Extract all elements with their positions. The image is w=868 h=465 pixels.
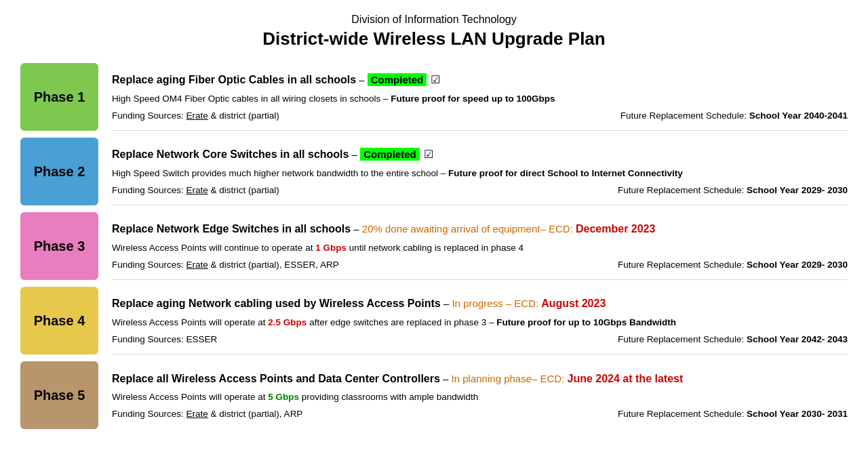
phase1-schedule-date: School Year 2040-2041 (749, 110, 848, 121)
phase-row-phase1: Phase 1Replace aging Fiber Optic Cables … (20, 63, 848, 131)
phase5-funding: Funding Sources: Erate & district (parti… (112, 409, 302, 419)
phase-row-phase3: Phase 3Replace Network Edge Switches in … (20, 212, 848, 280)
phase3-title-line: Replace Network Edge Switches in all sch… (112, 222, 848, 237)
phase1-desc: High Speed OM4 Fiber Optic cables in all… (112, 92, 848, 106)
phase2-status-badge: Completed (360, 148, 420, 161)
phase1-checkbox: ☑ (431, 74, 440, 85)
phase3-funding: Funding Sources: Erate & district (parti… (112, 260, 339, 270)
phase2-schedule: Future Replacement Schedule: School Year… (618, 185, 848, 195)
phase4-desc-bold: Future proof for up to 10Gbps Bandwidth (496, 317, 676, 327)
phase4-title-bold: Replace aging Network cabling used by Wi… (112, 298, 441, 309)
phase4-highlight: 2.5 Gbps (268, 317, 307, 327)
phase3-funding-link[interactable]: Erate (186, 260, 208, 270)
phase3-schedule: Future Replacement Schedule: School Year… (618, 260, 848, 270)
phase4-title-line: Replace aging Network cabling used by Wi… (112, 296, 848, 311)
phase3-highlight: 1 Gbps (315, 243, 347, 253)
phase5-status-text: In planning phase– ECD: (452, 373, 568, 384)
phases-list: Phase 1Replace aging Fiber Optic Cables … (20, 63, 848, 429)
phase2-desc-bold: Future proof for direct School to Intern… (448, 168, 683, 178)
phase4-status-text: In progress – ECD: (452, 298, 541, 309)
phase5-title-line: Replace all Wireless Access Points and D… (112, 371, 848, 386)
phase2-funding-link[interactable]: Erate (186, 185, 208, 195)
phase3-status-date: December 2023 (576, 223, 655, 235)
phase3-footer: Funding Sources: Erate & district (parti… (112, 260, 848, 270)
phase4-schedule-date: School Year 2042- 2043 (747, 334, 848, 344)
phase5-content: Replace all Wireless Access Points and D… (112, 361, 848, 429)
phase4-desc: Wireless Access Points will operate at 2… (112, 316, 848, 329)
phase5-funding-link[interactable]: Erate (186, 409, 208, 419)
phase4-funding: Funding Sources: ESSER (112, 334, 217, 344)
phase1-schedule: Future Replacement Schedule: School Year… (620, 110, 848, 121)
phase4-badge: Phase 4 (20, 287, 98, 355)
phase3-content: Replace Network Edge Switches in all sch… (112, 212, 848, 280)
phase2-schedule-date: School Year 2029- 2030 (747, 185, 848, 195)
phase1-funding: Funding Sources: Erate & district (parti… (112, 110, 279, 121)
phase2-checkbox: ☑ (424, 148, 433, 160)
header-subtitle: Division of Information Technology (20, 14, 848, 26)
phase3-badge: Phase 3 (20, 212, 98, 280)
phase2-content: Replace Network Core Switches in all sch… (112, 138, 848, 205)
phase5-title-bold: Replace all Wireless Access Points and D… (112, 373, 440, 384)
phase1-status-badge: Completed (368, 73, 427, 86)
phase4-content: Replace aging Network cabling used by Wi… (112, 287, 848, 355)
phase3-desc: Wireless Access Points will continue to … (112, 241, 848, 255)
phase1-desc-bold: Future proof for speed up to 100Gbps (391, 94, 555, 104)
phase5-schedule-date: School Year 2030- 2031 (747, 409, 848, 419)
phase2-footer: Funding Sources: Erate & district (parti… (112, 185, 848, 195)
phase5-status-date: June 2024 at the latest (568, 373, 684, 384)
phase3-title-bold: Replace Network Edge Switches in all sch… (112, 223, 351, 235)
phase5-badge: Phase 5 (20, 361, 98, 429)
phase3-status-text: 20% done awaiting arrival of equipment– … (362, 223, 576, 235)
phase2-badge: Phase 2 (20, 138, 98, 205)
header-title: District-wide Wireless LAN Upgrade Plan (20, 28, 848, 49)
phase5-schedule: Future Replacement Schedule: School Year… (618, 409, 848, 419)
phase-row-phase4: Phase 4Replace aging Network cabling use… (20, 287, 848, 355)
phase1-funding-link[interactable]: Erate (186, 110, 208, 121)
phase1-title-line: Replace aging Fiber Optic Cables in all … (112, 73, 848, 87)
phase3-schedule-date: School Year 2029- 2030 (747, 260, 848, 270)
phase2-funding: Funding Sources: Erate & district (parti… (112, 185, 279, 195)
phase-row-phase2: Phase 2Replace Network Core Switches in … (20, 138, 848, 205)
phase5-desc: Wireless Access Points will operate at 5… (112, 390, 848, 404)
phase2-desc: High Speed Switch provides much higher n… (112, 167, 848, 180)
phase2-title-line: Replace Network Core Switches in all sch… (112, 147, 848, 162)
phase4-status-date: August 2023 (541, 298, 606, 309)
phase-row-phase5: Phase 5Replace all Wireless Access Point… (20, 361, 848, 429)
phase5-footer: Funding Sources: Erate & district (parti… (112, 409, 848, 419)
phase1-badge: Phase 1 (20, 63, 98, 131)
phase1-title-bold: Replace aging Fiber Optic Cables in all … (112, 74, 356, 85)
phase5-highlight: 5 Gbps (268, 392, 299, 402)
phase4-footer: Funding Sources: ESSERFuture Replacement… (112, 334, 848, 344)
page-header: Division of Information Technology Distr… (20, 14, 848, 49)
phase1-footer: Funding Sources: Erate & district (parti… (112, 110, 848, 121)
phase1-content: Replace aging Fiber Optic Cables in all … (112, 63, 848, 131)
phase4-schedule: Future Replacement Schedule: School Year… (618, 334, 848, 344)
phase2-title-bold: Replace Network Core Switches in all sch… (112, 148, 349, 160)
